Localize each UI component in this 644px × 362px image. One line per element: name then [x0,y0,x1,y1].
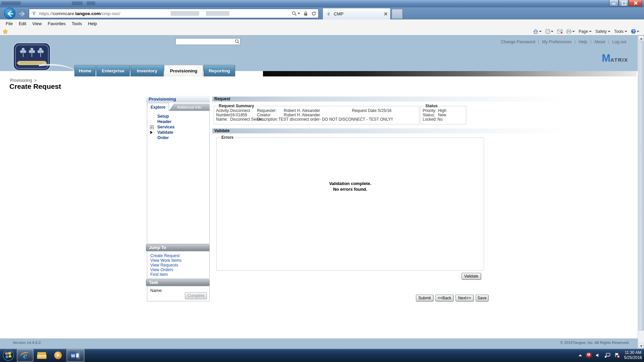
number-value: 16-01859 [230,113,247,117]
expand-plus-icon[interactable] [150,125,154,129]
tab-home[interactable]: Home [74,65,96,76]
search-icon[interactable] [235,39,239,44]
scrollbar-thumb[interactable] [639,42,644,330]
menu-help[interactable]: Help [85,21,100,26]
next-button[interactable]: Next>> [455,295,474,301]
volume-icon[interactable] [596,353,600,358]
tab-additional-info[interactable]: Additional Info [169,104,210,111]
link-find-item[interactable]: Find Item [150,272,168,277]
complete-button[interactable]: Complete [185,292,207,299]
link-create-request[interactable]: Create Request [150,253,180,258]
tab-title: CMP [334,11,343,16]
restore-button[interactable] [619,0,628,6]
network-icon[interactable] [604,353,610,358]
search-input[interactable] [175,38,240,45]
my-preferences-link[interactable]: My Preferences [542,40,572,44]
windows-taskbar: 11:30 AM 5/25/2016 [0,349,644,362]
tree-item-order[interactable]: Order [147,135,209,141]
tree-item-validate[interactable]: Validate [147,130,209,135]
chevron-down-icon [298,13,300,14]
tab-inventory[interactable]: Inventory [130,65,164,76]
status-fieldset: Status Priority: High Status: New Locked… [420,106,466,124]
address-bar[interactable]: https://commcare.tangoe.com/cmp-soc/ [29,9,319,18]
read-mail-button[interactable] [557,29,562,34]
menu-edit[interactable]: Edit [16,21,29,26]
validation-message-line1: Validation complete. [217,181,484,186]
address-bar-icons [292,11,316,16]
redacted-area [171,11,199,16]
forward-button[interactable] [17,9,26,18]
explore-tree-panel: Setup Header Services Validate Order [147,111,210,244]
back-button[interactable] [4,8,15,19]
breadcrumb-item[interactable]: Provisioning [10,78,32,83]
home-menu[interactable] [533,29,542,34]
windows-orb-icon [3,350,14,361]
refresh-icon[interactable] [311,11,316,16]
creator-label: Creator: [257,113,271,117]
close-button[interactable] [629,0,642,6]
browser-menubar: File Edit View Favorites Tools Help [0,19,644,27]
safety-menu[interactable]: Safety [595,29,610,34]
jump-to-panel: Create Request View Work Items View Requ… [147,251,210,279]
validate-button[interactable]: Validate [462,273,481,280]
help-link[interactable]: Help [579,40,587,44]
menu-view[interactable]: View [29,21,45,26]
page-menu[interactable]: Page [579,29,592,34]
clock-date: 5/25/2016 [624,355,642,360]
new-tab-button[interactable] [392,9,402,19]
scroll-down-arrow[interactable] [638,343,644,349]
version-text: Version 14.4.9.3 [13,341,41,345]
account-links: Change Password My Preferences Help Abou… [501,40,626,44]
header-gradient-strip [263,71,637,76]
taskbar-clock[interactable]: 11:30 AM 5/25/2016 [624,350,642,360]
action-center-flag-icon[interactable] [614,353,620,358]
link-view-requests[interactable]: View Requests [150,263,178,267]
vertical-scrollbar[interactable] [638,36,644,349]
back-button-form[interactable]: <<Back [435,295,453,301]
minimize-button[interactable] [609,0,619,6]
favorites-star-icon[interactable] [3,29,8,34]
tools-menu[interactable]: Tools [614,29,627,34]
menu-tools[interactable]: Tools [69,21,85,26]
start-button[interactable] [2,349,15,361]
description-value: TEST disconnect order- DO NOT DISCONNECT… [278,117,393,122]
feeds-menu[interactable] [545,29,553,34]
chevron-down-icon [637,31,639,32]
word-icon [70,351,81,360]
menu-favorites[interactable]: Favorites [45,21,68,26]
menu-file[interactable]: File [3,21,16,26]
lock-icon [303,11,308,16]
browser-tab[interactable]: CMP [323,8,390,19]
link-view-orders[interactable]: View Orders [150,267,173,272]
change-password-link[interactable]: Change Password [501,40,535,44]
ie-icon [20,350,30,361]
scroll-up-arrow[interactable] [638,36,644,41]
tab-provisioning[interactable]: Provisioning [164,65,203,76]
save-button[interactable]: Save [476,295,488,301]
about-link[interactable]: About [594,40,605,44]
tab-enterprise[interactable]: Enterprise [96,65,130,76]
tab-close-icon[interactable] [384,12,387,16]
taskbar-explorer-button[interactable] [34,349,50,361]
page-title: Create Request [9,82,61,90]
app-header-band: Change Password My Preferences Help Abou… [0,36,638,71]
request-section-header: Request [212,97,631,102]
logout-link[interactable]: Log out [612,40,626,44]
home-icon [533,29,538,34]
page-content: Change Password My Preferences Help Abou… [0,36,638,349]
tray-show-hidden-icon[interactable] [579,354,582,356]
search-dropdown[interactable] [292,11,300,16]
taskbar-word-button[interactable] [66,349,85,362]
mcafee-icon[interactable] [586,352,592,358]
taskbar-ie-button[interactable] [17,349,34,362]
tab-explore[interactable]: Explore [147,103,169,111]
tree-item-services[interactable]: Services [147,125,209,130]
tree-item-setup[interactable]: Setup [147,114,209,119]
link-view-work-items[interactable]: View Work Items [150,258,181,263]
tree-item-header[interactable]: Header [147,119,209,125]
tab-reporting[interactable]: Reporting [204,65,235,76]
submit-button[interactable]: Submit [416,295,433,301]
taskbar-media-player-button[interactable] [50,349,66,361]
print-menu[interactable] [566,29,575,34]
help-menu[interactable] [631,29,639,34]
